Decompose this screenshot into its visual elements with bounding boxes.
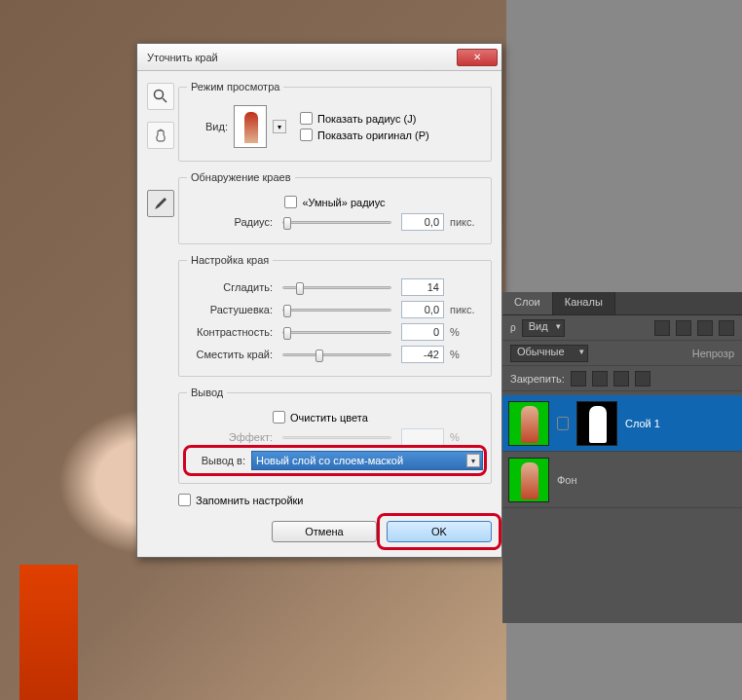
decontaminate-checkbox[interactable]: Очистить цвета (273, 411, 368, 424)
hand-tool[interactable] (147, 122, 174, 149)
output-to-label: Вывод в: (187, 455, 245, 466)
radius-label: Радиус: (187, 216, 273, 228)
checkbox-icon (300, 129, 313, 141)
edge-detection-legend: Обнаружение краев (187, 171, 295, 183)
dialog-titlebar[interactable]: Уточнить край ✕ (137, 44, 501, 71)
panel-tabs: Слои Каналы (502, 292, 742, 315)
mask-thumbnail[interactable] (576, 401, 617, 446)
show-radius-checkbox[interactable]: Показать радиус (J) (300, 112, 483, 125)
brush-icon (153, 196, 168, 211)
layer-kind-filter[interactable]: Вид (522, 319, 565, 337)
radius-unit: пикс. (450, 216, 483, 228)
zoom-icon (153, 89, 168, 104)
contrast-input[interactable] (401, 323, 444, 341)
svg-line-1 (163, 98, 167, 102)
layer-row[interactable]: Слой 1 (502, 395, 742, 452)
lock-all-icon[interactable] (635, 371, 650, 387)
adjust-edge-fieldset: Настройка края Сгладить: Растушевка: пик… (178, 254, 492, 377)
feather-slider[interactable] (282, 309, 391, 312)
effect-slider (282, 436, 391, 439)
tab-layers[interactable]: Слои (502, 292, 553, 314)
output-legend: Вывод (187, 387, 227, 398)
blend-mode-dropdown[interactable]: Обычные (510, 345, 588, 362)
feather-unit: пикс. (450, 304, 483, 315)
tab-channels[interactable]: Каналы (553, 292, 615, 314)
shift-edge-unit: % (450, 349, 483, 360)
checkbox-icon (300, 112, 313, 125)
lock-position-icon[interactable] (613, 371, 629, 387)
ok-button[interactable]: OK (387, 521, 492, 542)
layers-panel: Слои Каналы ρ Вид Обычные Непрозр Закреп… (502, 292, 742, 623)
shift-edge-label: Сместить край: (187, 349, 273, 360)
layers-list: Слой 1 Фон (502, 391, 742, 512)
contrast-slider[interactable] (282, 331, 391, 334)
filter-image-icon[interactable] (654, 320, 670, 336)
effect-input (401, 428, 444, 446)
output-fieldset: Вывод Очистить цвета Эффект: % Вывод в: (178, 387, 492, 484)
filter-text-icon[interactable] (697, 320, 713, 336)
adjust-edge-legend: Настройка края (187, 254, 273, 266)
lock-label: Закрепить: (510, 373, 565, 385)
svg-point-0 (155, 91, 164, 99)
shift-edge-input[interactable] (401, 346, 444, 363)
filter-adjust-icon[interactable] (676, 320, 691, 336)
view-label: Вид: (187, 121, 228, 132)
smooth-slider[interactable] (282, 286, 391, 289)
feather-input[interactable] (401, 301, 444, 318)
layer-thumbnail[interactable] (508, 401, 549, 446)
lock-pixels-icon[interactable] (592, 371, 608, 387)
contrast-unit: % (450, 326, 483, 338)
link-icon[interactable] (557, 417, 569, 430)
hand-icon (153, 128, 168, 143)
dialog-title: Уточнить край (147, 52, 457, 63)
dropdown-arrow-icon: ▾ (466, 454, 480, 467)
radius-input[interactable] (401, 213, 444, 231)
lock-transparency-icon[interactable] (571, 371, 586, 387)
view-dropdown[interactable]: ▾ (273, 120, 286, 133)
remember-settings-checkbox[interactable]: Запомнить настройки (178, 494, 304, 506)
layer-name[interactable]: Фон (557, 474, 577, 486)
refine-edge-dialog: Уточнить край ✕ Режим просмотра Вид: ▾ (136, 43, 502, 558)
checkbox-icon (273, 411, 285, 424)
show-original-checkbox[interactable]: Показать оригинал (P) (300, 129, 483, 141)
shift-edge-slider[interactable] (282, 353, 391, 356)
feather-label: Растушевка: (187, 304, 273, 315)
close-button[interactable]: ✕ (457, 49, 498, 66)
radius-slider[interactable] (282, 221, 391, 224)
tool-column (143, 77, 178, 547)
checkbox-icon (284, 196, 297, 208)
zoom-tool[interactable] (147, 83, 174, 110)
layer-row[interactable]: Фон (502, 452, 742, 508)
filter-shape-icon[interactable] (719, 320, 734, 336)
checkbox-icon (178, 494, 191, 506)
refine-brush-tool[interactable] (147, 190, 174, 217)
view-thumbnail[interactable] (234, 105, 267, 148)
effect-label: Эффект: (187, 431, 273, 443)
view-mode-legend: Режим просмотра (187, 81, 283, 92)
smooth-label: Сгладить: (187, 281, 273, 293)
smart-radius-checkbox[interactable]: «Умный» радиус (284, 196, 385, 208)
smooth-input[interactable] (401, 278, 444, 296)
layer-name[interactable]: Слой 1 (625, 418, 660, 429)
cancel-button[interactable]: Отмена (272, 521, 377, 542)
output-to-dropdown[interactable]: Новый слой со слоем-маской ▾ (251, 451, 483, 470)
edge-detection-fieldset: Обнаружение краев «Умный» радиус Радиус:… (178, 171, 492, 244)
contrast-label: Контрастность: (187, 326, 273, 338)
opacity-label: Непрозр (692, 348, 734, 359)
layer-thumbnail[interactable] (508, 458, 549, 502)
view-mode-fieldset: Режим просмотра Вид: ▾ Показать радиус (… (178, 81, 492, 162)
effect-unit: % (450, 431, 483, 443)
